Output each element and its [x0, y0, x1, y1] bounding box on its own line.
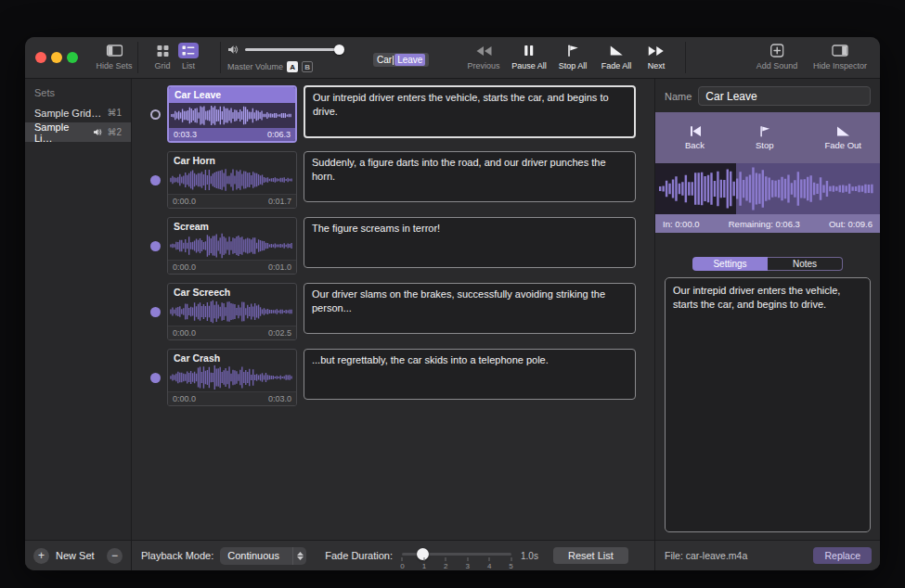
- add-set-button[interactable]: +: [33, 548, 49, 564]
- fade-out-label: Fade Out: [824, 140, 861, 150]
- playback-mode-popup[interactable]: Continuous: [220, 547, 306, 565]
- type-to-find-field[interactable]: Car Leave: [373, 53, 429, 67]
- master-volume-slider[interactable]: [245, 48, 340, 51]
- reset-list-button[interactable]: Reset List: [553, 547, 628, 564]
- list-view-label: List: [182, 61, 195, 70]
- hide-sets-button[interactable]: Hide Sets: [96, 43, 132, 70]
- start-time: 0:00.0: [173, 328, 196, 338]
- file-name-label: File: car-leave.m4a: [665, 550, 747, 561]
- sound-note-field[interactable]: Our intrepid driver enters the vehicle, …: [304, 85, 636, 138]
- replace-button[interactable]: Replace: [813, 547, 872, 564]
- waveform: [168, 364, 296, 391]
- sound-tile-car-screech[interactable]: Car Screech 0:00.00:02.5: [167, 283, 297, 340]
- status-dot-icon: [150, 241, 161, 251]
- toolbar-divider: [220, 42, 221, 73]
- sound-note-field[interactable]: Suddenly, a figure darts into the road, …: [304, 151, 636, 202]
- stop-label: Stop: [756, 140, 774, 150]
- tick-label: 2: [444, 562, 447, 570]
- previous-icon: [475, 43, 492, 58]
- next-label: Next: [648, 61, 666, 70]
- previous-button[interactable]: Previous: [467, 43, 499, 70]
- stop-button[interactable]: Stop: [756, 125, 774, 150]
- sound-tile-car-horn[interactable]: Car Horn 0:00.00:01.7: [167, 151, 297, 209]
- name-label: Name: [665, 91, 692, 102]
- speaker-icon: [227, 45, 239, 55]
- play-indicator[interactable]: [143, 217, 167, 275]
- remove-set-button[interactable]: −: [107, 548, 123, 564]
- fade-ramp-icon: [610, 43, 624, 58]
- volume-knob[interactable]: [334, 45, 344, 55]
- back-button[interactable]: Back: [685, 125, 705, 150]
- waveform: [168, 166, 296, 194]
- sound-tile-scream[interactable]: Scream 0:00.00:01.0: [167, 217, 297, 275]
- tick: [489, 557, 490, 561]
- fade-out-button[interactable]: Fade Out: [824, 125, 861, 150]
- volume-fill: [245, 48, 340, 51]
- sound-note-field[interactable]: Our driver slams on the brakes, successf…: [304, 283, 636, 334]
- play-indicator[interactable]: [143, 151, 167, 209]
- status-dot-icon: [150, 307, 161, 317]
- sidebar-item-sample-grid[interactable]: Sample Grid… ⌘1: [25, 103, 131, 122]
- sound-note-field[interactable]: ...but regrettably, the car skids into a…: [304, 349, 636, 400]
- status-dot-icon: [150, 373, 161, 383]
- end-time: 0:01.7: [268, 197, 291, 206]
- inspector-waveform[interactable]: [655, 163, 880, 214]
- play-indicator[interactable]: [143, 349, 167, 406]
- zoom-button[interactable]: [67, 52, 78, 63]
- status-dot-icon: [150, 175, 161, 185]
- device-b-button[interactable]: B: [302, 61, 313, 72]
- stop-flag-icon: [759, 125, 770, 137]
- hide-inspector-label: Hide Inspector: [813, 61, 867, 70]
- hide-sets-label: Hide Sets: [96, 61, 132, 70]
- tick: [423, 557, 424, 561]
- tick-label: 1: [422, 562, 426, 570]
- toolbar-divider: [137, 42, 138, 73]
- grid-view-button[interactable]: Grid: [154, 43, 170, 70]
- playing-ring-icon: [150, 109, 161, 120]
- fade-ramp-icon: [836, 125, 850, 137]
- add-sound-button[interactable]: Add Sound: [756, 43, 798, 70]
- fade-all-button[interactable]: Fade All: [601, 43, 632, 70]
- tab-settings[interactable]: Settings: [692, 257, 768, 271]
- sound-title: Car Leave: [169, 87, 295, 103]
- end-time: 0:01.0: [268, 262, 291, 272]
- stop-all-button[interactable]: Stop All: [559, 43, 588, 70]
- next-button[interactable]: Next: [648, 43, 666, 70]
- master-volume-label: Master Volume: [227, 62, 283, 71]
- hide-inspector-button[interactable]: Hide Inspector: [813, 43, 867, 70]
- text-caret: [393, 56, 394, 65]
- sidebar-item-sample-list[interactable]: Sample Li… ⌘2: [25, 122, 131, 142]
- sound-title: Scream: [168, 218, 296, 232]
- end-time: 0:03.0: [268, 394, 291, 403]
- play-indicator[interactable]: [143, 283, 167, 340]
- add-sound-label: Add Sound: [756, 61, 798, 70]
- sound-tile-car-leave[interactable]: Car Leave 0:03.30:06.3: [167, 85, 297, 143]
- name-field[interactable]: [698, 86, 871, 106]
- list-view-button[interactable]: List: [178, 43, 199, 70]
- device-a-button[interactable]: A: [287, 61, 298, 72]
- fade-duration-slider[interactable]: 0 1 2 3 4 5: [400, 545, 513, 570]
- sound-row-scream: Scream 0:00.00:01.0 The figure screams i…: [143, 217, 636, 275]
- fade-duration-value: 1.0s: [521, 551, 538, 561]
- minimize-button[interactable]: [51, 52, 62, 63]
- pause-all-button[interactable]: Pause All: [511, 43, 547, 70]
- inspector-notes-field[interactable]: Our intrepid driver enters the vehicle, …: [665, 277, 871, 532]
- remaining-time: Remaining: 0:06.3: [729, 219, 800, 229]
- popup-stepper-icon: [292, 547, 306, 565]
- toolbar-divider: [685, 42, 686, 73]
- end-time: 0:06.3: [267, 130, 291, 139]
- master-volume-group: Master Volume A B: [227, 43, 350, 72]
- list-icon: [178, 43, 199, 58]
- sound-title: Car Horn: [168, 152, 296, 166]
- tick-label: 5: [509, 562, 512, 570]
- play-indicator[interactable]: [143, 85, 167, 143]
- set-label: Sample Grid…: [34, 108, 101, 119]
- stop-all-label: Stop All: [559, 61, 588, 70]
- tab-notes[interactable]: Notes: [768, 257, 843, 271]
- set-shortcut: ⌘2: [107, 127, 122, 137]
- tick: [402, 557, 403, 561]
- sound-note-field[interactable]: The figure screams in terror!: [304, 217, 636, 268]
- stop-flag-icon: [567, 43, 579, 58]
- sound-tile-car-crash[interactable]: Car Crash 0:00.00:03.0: [167, 349, 297, 406]
- close-button[interactable]: [35, 52, 46, 63]
